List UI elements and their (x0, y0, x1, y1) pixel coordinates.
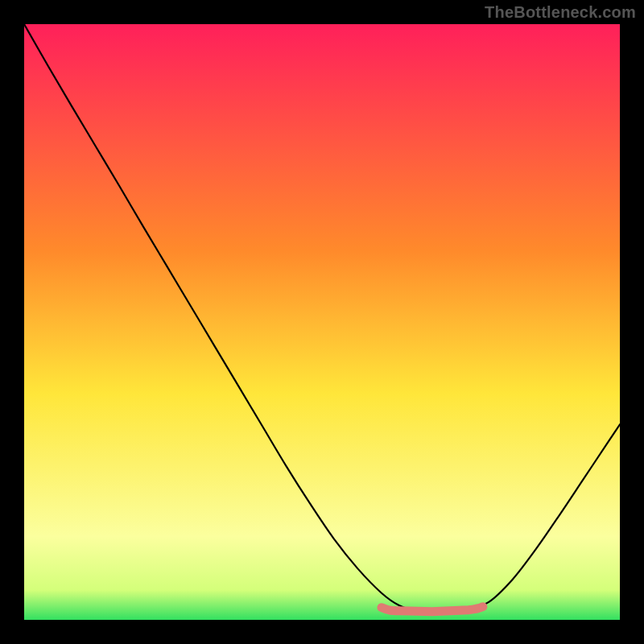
watermark-text: TheBottleneck.com (485, 3, 636, 22)
min-band-marker (382, 607, 483, 612)
plot-area (24, 24, 620, 620)
chart-svg (24, 24, 620, 620)
chart-frame: TheBottleneck.com (0, 0, 644, 644)
gradient-background (24, 24, 620, 620)
